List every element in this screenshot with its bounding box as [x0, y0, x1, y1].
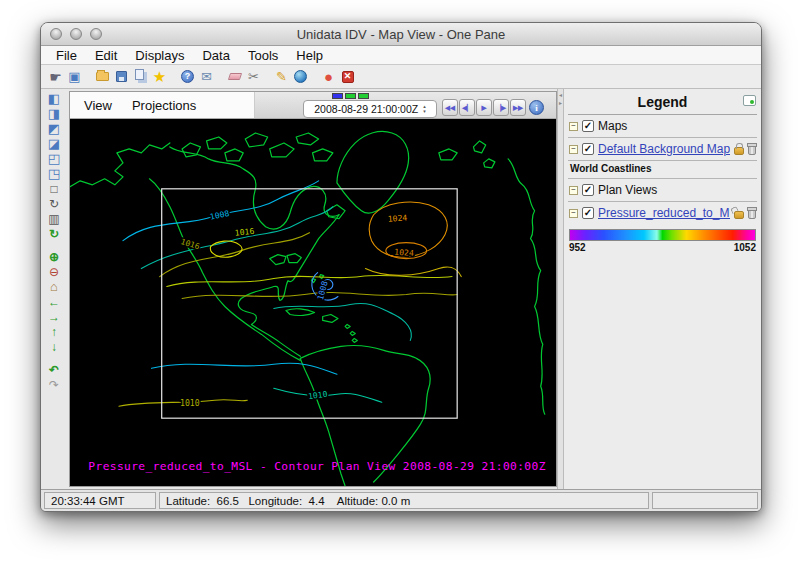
view-front-icon[interactable]: ◰	[45, 151, 63, 166]
zoom-window-button[interactable]	[90, 28, 102, 40]
last-frame-button[interactable]: ▶▶	[510, 99, 526, 116]
cut-icon[interactable]: ✂	[244, 67, 263, 86]
first-frame-button[interactable]: ◀◀	[442, 99, 458, 116]
view-left-icon[interactable]: ◩	[45, 121, 63, 136]
menu-edit[interactable]: Edit	[86, 48, 126, 63]
legend-title: Legend	[638, 94, 688, 110]
animation-properties-button[interactable]: i	[529, 100, 544, 115]
indicator-square-green-1	[345, 93, 356, 99]
open-file-icon[interactable]	[93, 67, 112, 86]
view-top-icon[interactable]: ◧	[45, 91, 63, 106]
indicator-square-green-2	[358, 93, 369, 99]
view-right-icon[interactable]: ◪	[45, 136, 63, 151]
contour-label-1016-w: 1016	[179, 237, 201, 251]
vertical-scale-icon[interactable]: ▥	[45, 211, 63, 226]
traffic-lights	[50, 28, 102, 40]
projections-menu[interactable]: Projections	[122, 98, 206, 113]
record-icon[interactable]: ●	[319, 67, 338, 86]
map-svg: 1008 1016 1016 1024 1024 1008 1010 1010 …	[70, 119, 556, 486]
title-bar[interactable]: Unidata IDV - Map View - One Pane	[41, 23, 761, 46]
zoom-out-icon[interactable]: ⊖	[45, 264, 63, 279]
zoom-in-icon[interactable]: ⊕	[45, 249, 63, 264]
maps-visibility-checkbox[interactable]: ✓	[582, 120, 594, 132]
status-bar: 20:33:44 GMT Latitude: 66.5 Longitude: 4…	[41, 489, 761, 511]
legend-panel: Legend − ✓ Maps − ✓ Default Background M…	[564, 89, 761, 489]
remove-display-icon[interactable]	[748, 145, 756, 155]
map-panel: View Projections 2008-08-29 21:00:00Z ▴▾…	[69, 91, 557, 487]
undo-icon[interactable]: ↶	[45, 362, 63, 377]
play-button[interactable]: ▶	[476, 99, 492, 116]
contour-label-1010-s: 1010	[307, 390, 328, 402]
contour-label-1024-inner: 1024	[394, 248, 414, 258]
display-annotation: Pressure_reduced_to_MSL - Contour Plan V…	[88, 460, 545, 473]
view-toolbar: ◧ ◨ ◩ ◪ ◰ ◳ □ ↻ ▥ ↻ ⊕ ⊖ ⌂ ← → ↑ ↓ ↶ ↷	[41, 89, 67, 489]
close-window-button[interactable]	[50, 28, 62, 40]
view-bottom-icon[interactable]: ◨	[45, 106, 63, 121]
show-dashboard-icon[interactable]: ☛	[46, 67, 65, 86]
view-back-icon[interactable]: ◳	[45, 166, 63, 181]
step-back-button[interactable]: ◀▏	[459, 99, 475, 116]
window-title: Unidata IDV - Map View - One Pane	[297, 27, 506, 42]
contour-label-1008-nw: 1008	[209, 209, 230, 222]
minimize-window-button[interactable]	[70, 28, 82, 40]
step-forward-button[interactable]: ▕▶	[493, 99, 509, 116]
pressure-checkbox[interactable]: ✓	[582, 207, 594, 219]
panel-splitter[interactable]: ◂ ▸	[557, 89, 564, 489]
float-legend-icon[interactable]	[743, 95, 756, 106]
redo-icon[interactable]: ↷	[45, 377, 63, 392]
legend-item-background-maps: − ✓ Default Background Maps	[568, 138, 757, 161]
publish-icon[interactable]: ✉	[197, 67, 216, 86]
pan-down-icon[interactable]: ↓	[45, 339, 63, 354]
main-area: ◧ ◨ ◩ ◪ ◰ ◳ □ ↻ ▥ ↻ ⊕ ⊖ ⌂ ← → ↑ ↓ ↶ ↷	[41, 89, 761, 489]
pan-up-icon[interactable]: ↑	[45, 324, 63, 339]
menu-displays[interactable]: Displays	[126, 48, 193, 63]
eraser-icon[interactable]	[225, 67, 244, 86]
stepper-icon: ▴▾	[423, 104, 426, 115]
unlock-icon[interactable]	[734, 211, 744, 219]
favorites-icon[interactable]: ★	[150, 67, 169, 86]
help-icon[interactable]: ?	[178, 67, 197, 86]
edit-icon[interactable]: ✎	[272, 67, 291, 86]
delete-icon[interactable]: ✕	[338, 67, 357, 86]
map-header: View Projections 2008-08-29 21:00:00Z ▴▾…	[70, 92, 556, 119]
globe-icon[interactable]	[291, 67, 310, 86]
new-display-window-icon[interactable]: ▣	[65, 67, 84, 86]
collapse-plan-views-icon[interactable]: −	[569, 186, 578, 195]
view-menu[interactable]: View	[74, 98, 122, 113]
collapse-background-maps-icon[interactable]: −	[569, 145, 578, 154]
menu-data[interactable]: Data	[193, 48, 238, 63]
plan-views-checkbox[interactable]: ✓	[582, 184, 594, 196]
auto-rotate-icon[interactable]: ↻	[45, 226, 63, 241]
menu-help[interactable]: Help	[287, 48, 332, 63]
pan-right-icon[interactable]: →	[45, 309, 63, 324]
pan-left-icon[interactable]: ←	[45, 294, 63, 309]
map-menu-strip: View Projections	[70, 92, 255, 118]
map-view-canvas[interactable]: 1008 1016 1016 1024 1024 1008 1010 1010 …	[70, 119, 556, 486]
main-toolbar: ☛ ▣ ★ ? ✉ ✂ ✎ ● ✕	[41, 65, 761, 89]
colorbar[interactable]	[569, 229, 756, 241]
save-file-icon[interactable]	[112, 67, 131, 86]
colorbar-max-label: 1052	[734, 242, 756, 253]
pressure-display-link[interactable]: Pressure_reduced_to_M...	[598, 206, 730, 220]
data-region-box	[162, 189, 457, 418]
home-view-icon[interactable]: ⌂	[45, 279, 63, 294]
remove-pressure-display-icon[interactable]	[748, 209, 756, 219]
parallel-view-icon[interactable]: □	[45, 181, 63, 196]
background-maps-checkbox[interactable]: ✓	[582, 143, 594, 155]
plan-views-group-label: Plan Views	[598, 183, 657, 197]
collapse-maps-icon[interactable]: −	[569, 122, 578, 131]
colorbar-min-label: 952	[569, 242, 586, 253]
copy-icon[interactable]	[131, 67, 150, 86]
menu-tools[interactable]: Tools	[239, 48, 287, 63]
contour-label-1024-outer: 1024	[387, 213, 407, 223]
legend-item-pressure: − ✓ Pressure_reduced_to_M...	[568, 202, 757, 224]
splitter-collapse-icon[interactable]: ◂	[559, 91, 562, 99]
menu-file[interactable]: File	[47, 48, 86, 63]
splitter-expand-icon[interactable]: ▸	[559, 99, 562, 107]
rotate-view-icon[interactable]: ↻	[45, 196, 63, 211]
lock-icon[interactable]	[734, 147, 744, 155]
time-select-dropdown[interactable]: 2008-08-29 21:00:00Z ▴▾	[303, 100, 437, 118]
collapse-pressure-icon[interactable]: −	[569, 209, 578, 218]
background-maps-link[interactable]: Default Background Maps	[598, 142, 730, 156]
cursor-position-display: Latitude: 66.5 Longitude: 4.4 Altitude: …	[159, 492, 649, 509]
